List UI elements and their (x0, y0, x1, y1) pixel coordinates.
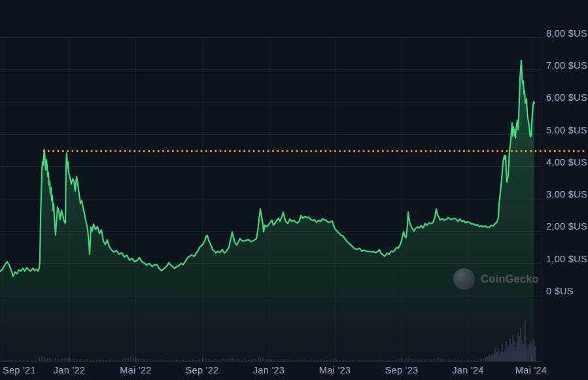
volume-bar (11, 360, 12, 361)
volume-bar (128, 358, 129, 361)
volume-bar (245, 359, 246, 361)
volume-bar (498, 348, 499, 361)
volume-bar (141, 358, 142, 361)
volume-bar (532, 339, 534, 361)
volume-bar (489, 354, 490, 361)
x-axis-label: Sep '22 (186, 365, 219, 375)
volume-bar (70, 359, 71, 361)
volume-bar (303, 360, 305, 361)
volume-bar (7, 360, 9, 361)
price-chart-canvas[interactable]: 8,00 $US7,00 $US6,00 $US5,00 $US4,00 $US… (0, 0, 588, 380)
volume-bar (49, 358, 50, 361)
volume-bar (19, 360, 20, 361)
volume-bar (35, 360, 36, 361)
volume-bar (415, 359, 417, 361)
volume-bar (470, 360, 472, 361)
volume-bar (147, 360, 148, 361)
volume-bar (225, 359, 226, 361)
y-axis-label: 6,00 $US (546, 92, 587, 103)
volume-bar (517, 332, 519, 361)
volume-bar (323, 360, 324, 361)
volume-bar (156, 360, 158, 361)
x-axis-label: Sep '23 (385, 365, 419, 375)
volume-bar (290, 359, 292, 361)
volume-bar (67, 358, 69, 361)
volume-bar (90, 360, 91, 361)
volume-bar (93, 360, 94, 361)
volume-bar (343, 360, 344, 361)
volume-bar (407, 357, 409, 361)
volume-bar (410, 358, 411, 361)
volume-bar (248, 360, 249, 361)
x-axis-label: Jan '24 (452, 365, 483, 375)
volume-bar (362, 360, 364, 361)
volume-bar (186, 360, 187, 361)
volume-bar (418, 360, 419, 361)
volume-bar (160, 359, 161, 361)
y-axis-label: 0 $US (546, 286, 574, 296)
volume-bar (523, 344, 524, 361)
volume-bar (294, 360, 295, 361)
volume-bar (421, 359, 423, 361)
volume-bar (385, 360, 387, 361)
volume-bar (395, 360, 396, 361)
volume-bar (99, 360, 101, 361)
volume-bar (254, 359, 256, 361)
volume-bar (179, 360, 181, 361)
volume-bar (333, 359, 334, 361)
volume-bar (133, 358, 134, 361)
volume-bar (525, 320, 526, 361)
volume-bar (500, 351, 502, 361)
coingecko-price-chart: 8,00 $US7,00 $US6,00 $US5,00 $US4,00 $US… (0, 0, 588, 380)
volume-bar (434, 358, 436, 361)
volume-bar (486, 356, 487, 361)
volume-bar (218, 360, 220, 361)
volume-bar (83, 360, 84, 361)
volume-bar (55, 358, 56, 361)
volume-bar (527, 348, 528, 361)
volume-bar (163, 360, 164, 361)
volume-bar (448, 359, 449, 361)
volume-bar (212, 360, 213, 361)
volume-bar (495, 347, 496, 361)
volume-bar (494, 351, 495, 361)
volume-bar (73, 359, 75, 361)
volume-bar (413, 359, 414, 361)
x-axis-label: Mai '23 (319, 365, 351, 375)
volume-bar (222, 358, 223, 361)
volume-bar (503, 353, 504, 361)
volume-bar (106, 360, 107, 361)
x-axis-label: Mai '22 (120, 365, 151, 375)
volume-bar (310, 359, 311, 361)
volume-bar (61, 358, 63, 361)
volume-bar (398, 359, 400, 361)
volume-bar (31, 360, 32, 361)
volume-bar (215, 359, 216, 361)
volume-bar (241, 360, 243, 361)
volume-bar (506, 341, 507, 361)
y-axis-label: 2,00 $US (546, 221, 587, 232)
volume-bar (262, 358, 264, 361)
volume-bar (454, 360, 455, 361)
volume-bar (281, 359, 282, 361)
volume-bar (528, 343, 530, 361)
volume-bar (359, 360, 360, 361)
volume-bar (232, 358, 233, 361)
volume-bar (260, 357, 261, 361)
volume-bar (313, 360, 315, 361)
volume-bar (502, 344, 503, 361)
volume-bar (521, 340, 523, 361)
volume-bar (438, 358, 439, 361)
volume-bar (300, 359, 302, 361)
volume-bar (485, 358, 486, 361)
x-axis-label: Sep '21 (3, 365, 36, 375)
volume-bar (284, 359, 285, 361)
volume-bar (86, 359, 88, 361)
volume-bar (138, 359, 139, 361)
y-axis-label: 8,00 $US (546, 28, 587, 39)
volume-bar (116, 360, 117, 361)
volume-bar (251, 359, 252, 361)
volume-bar (287, 360, 288, 361)
volume-bar (515, 347, 516, 361)
volume-bar (440, 359, 441, 361)
